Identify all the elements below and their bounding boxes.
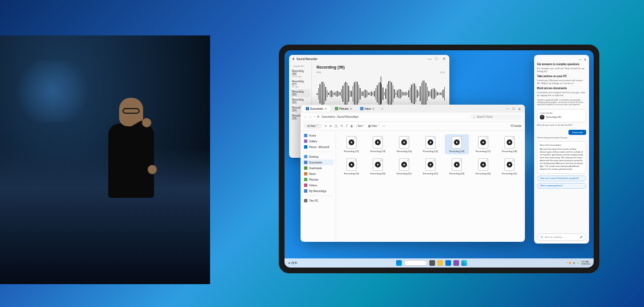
folder-icon	[304, 161, 307, 164]
sidebar-item[interactable]: Music	[302, 171, 334, 177]
file-item[interactable]: Recording (60)	[366, 157, 390, 177]
breadcrumb[interactable]: Documents › Sound Recordings	[322, 115, 358, 118]
sidebar-item[interactable]: This PC	[302, 198, 334, 204]
recording-list-item[interactable]: Recording (57)9m ago	[290, 79, 310, 89]
volume-icon[interactable]: 🔊	[573, 262, 575, 264]
back-button[interactable]: ←	[304, 115, 307, 118]
minimize-icon[interactable]: —	[428, 57, 432, 61]
sidebar-item[interactable]: Gallery	[302, 138, 334, 144]
recorder-taskbar-icon[interactable]	[453, 260, 459, 266]
delete-button[interactable]: 🗑	[350, 125, 353, 127]
cut-button[interactable]: ✂	[325, 125, 327, 127]
sidebar-item[interactable]: Desktop	[302, 154, 334, 160]
more-button[interactable]: ⋯	[382, 125, 385, 127]
maximize-icon[interactable]: □	[512, 107, 515, 111]
folder-icon	[306, 107, 309, 110]
taskbar[interactable]: ☀ 72°F ^ 📶 🔊 🔋 9:42 AM9/28/2023	[285, 258, 594, 268]
tab-strip[interactable]: Documents✕Pictures✕Inbox✕ + — □ ✕	[301, 105, 525, 113]
explorer-taskbar-icon[interactable]	[437, 260, 443, 266]
refresh-button[interactable]: ⟳	[317, 115, 319, 118]
minimize-icon[interactable]: —	[505, 107, 509, 111]
search-input[interactable]: ⌕ Search Home	[470, 114, 521, 119]
copy-button[interactable]: ⧉	[330, 125, 331, 127]
file-item[interactable]: Recording (53)	[366, 134, 390, 154]
disclaimer: Copilot is powered by AI, so mistakes ar…	[537, 99, 586, 106]
close-icon[interactable]: ✕	[584, 58, 586, 61]
wifi-icon[interactable]: 📶	[569, 262, 571, 264]
sidebar-item[interactable]: Pictures	[302, 177, 334, 182]
file-item[interactable]: Recording (61)	[392, 157, 416, 177]
attach-icon[interactable]: 📎	[540, 236, 543, 238]
sidebar-item[interactable]: Panos - Microsoft	[302, 144, 334, 150]
folder-icon	[304, 184, 307, 187]
new-tab-button[interactable]: +	[379, 107, 386, 110]
view-button[interactable]: ▦ View ˅	[368, 125, 380, 127]
sidebar-item[interactable]: Documents	[302, 160, 334, 165]
presenter-video-feed	[0, 35, 210, 284]
mic-icon: 🎙	[292, 57, 295, 61]
file-item[interactable]: Recording (56)	[445, 134, 469, 154]
explorer-tab[interactable]: Inbox✕	[357, 106, 378, 111]
recording-list-item[interactable]: Recording (56)	[290, 89, 310, 97]
chevron-up-icon[interactable]: ^	[567, 262, 568, 264]
minimize-icon[interactable]: —	[579, 58, 582, 61]
address-bar[interactable]: ← → ↑ ⟳ Documents › Sound Recordings ⌕ S…	[301, 113, 525, 122]
file-item[interactable]: Recording (59)	[339, 157, 364, 177]
suggestion-chip[interactable]: What is photosynthesis?	[537, 183, 586, 189]
maximize-icon[interactable]: □	[435, 57, 439, 61]
copilot-taskbar-icon[interactable]	[461, 260, 467, 266]
close-tab-icon[interactable]: ✕	[350, 107, 352, 110]
edge-taskbar-icon[interactable]	[445, 260, 451, 266]
file-item[interactable]: Recording (62)	[418, 157, 442, 177]
sidebar-item[interactable]: Home	[302, 133, 334, 138]
navigation-pane[interactable]: HomeGalleryPanos - MicrosoftDesktopDocum…	[301, 131, 336, 242]
file-item[interactable]: Recording (52)	[339, 134, 364, 154]
explorer-tab[interactable]: Documents✕	[302, 106, 330, 111]
close-tab-icon[interactable]: ✕	[325, 107, 327, 110]
file-item[interactable]: Recording (54)	[392, 134, 416, 154]
file-item[interactable]: Recording (58)	[497, 134, 521, 154]
file-item[interactable]: Recording (64)	[471, 157, 495, 177]
explorer-tab[interactable]: Pictures✕	[331, 106, 355, 111]
close-tab-icon[interactable]: ✕	[372, 107, 374, 110]
close-icon[interactable]: ✕	[518, 107, 521, 111]
close-icon[interactable]: ✕	[442, 57, 447, 61]
system-tray[interactable]: ^ 📶 🔊 🔋 9:42 AM9/28/2023	[567, 261, 590, 265]
file-chip[interactable]: Recording (56)	[540, 115, 583, 119]
task-view-button[interactable]	[429, 260, 435, 266]
sidebar-item[interactable]: Videos	[302, 182, 334, 188]
audio-file-icon	[452, 136, 462, 149]
file-grid[interactable]: Recording (52)Recording (53)Recording (5…	[336, 131, 525, 242]
sidebar-item[interactable]: My Recordings	[302, 188, 334, 194]
recording-list-item[interactable]: Recording (55)	[290, 97, 310, 105]
rename-button[interactable]: ✎	[341, 125, 343, 127]
suggestion-chip[interactable]: How can I convert Farenheit to my plants…	[537, 176, 586, 181]
search-button[interactable]	[404, 260, 427, 266]
import-link[interactable]: ↑ Import file	[290, 63, 310, 69]
file-item[interactable]: Recording (57)	[471, 134, 495, 154]
sort-button[interactable]: ↕ Sort ˅	[356, 125, 365, 127]
recording-list-item[interactable]: Recording (58)1h 4m ago	[290, 69, 310, 79]
up-button[interactable]: ↑	[314, 115, 315, 118]
chat-input[interactable]: 📎 Ask me anything... 🎤	[537, 233, 586, 241]
start-button[interactable]	[396, 260, 402, 266]
details-button[interactable]: ☰ Details	[511, 125, 521, 127]
copilot-pane[interactable]: —✕ Get answers to complex questions For …	[534, 55, 589, 244]
new-button[interactable]: ⊕ New ˅	[304, 123, 322, 129]
file-item[interactable]: Recording (55)	[418, 134, 442, 154]
section-heading: Take actions on your PC	[537, 75, 586, 78]
file-explorer-window[interactable]: Documents✕Pictures✕Inbox✕ + — □ ✕ ← → ↑ …	[301, 105, 525, 242]
battery-icon[interactable]: 🔋	[577, 262, 579, 264]
paste-button[interactable]: 📋	[334, 125, 338, 127]
transcribe-button[interactable]: Transcribe	[568, 130, 586, 135]
sidebar-item[interactable]: Downloads	[302, 165, 334, 171]
share-button[interactable]: ⤴	[346, 125, 347, 127]
toolbar[interactable]: ⊕ New ˅ ✂ ⧉ 📋 ✎ ⤴ 🗑 ↕ Sort ˅ ▦ View ˅ ⋯ …	[301, 122, 525, 131]
mic-icon[interactable]: 🎤	[580, 236, 583, 238]
windows-desktop[interactable]: 🎙 Sound Recorder — □ ✕ ↑ Import file Rec…	[285, 50, 594, 268]
file-item[interactable]: Recording (63)	[445, 157, 469, 177]
widgets-button[interactable]: ☀ 72°F	[288, 261, 297, 265]
file-item[interactable]: Recording (65)	[497, 157, 521, 177]
forward-button[interactable]: →	[309, 115, 312, 118]
titlebar[interactable]: 🎙 Sound Recorder — □ ✕	[289, 55, 449, 62]
